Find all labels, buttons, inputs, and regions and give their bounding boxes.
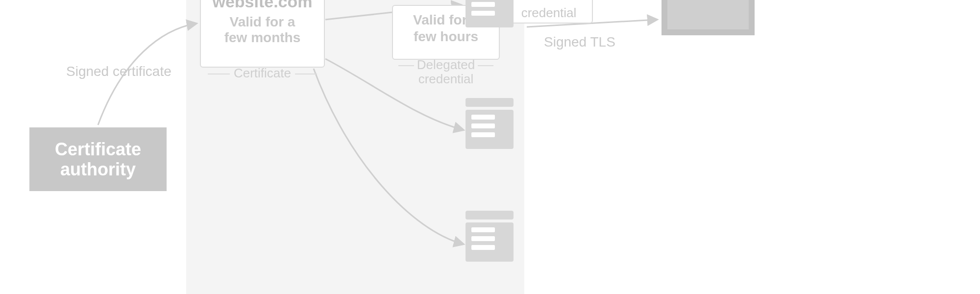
certificate-card: website.com Valid for afew months: [200, 0, 325, 68]
server-icon-2: [466, 98, 514, 152]
certificate-card-validity: Valid for afew months: [201, 14, 324, 46]
delegated-credential-caption: Delegated credential: [392, 58, 500, 86]
diagram-stage: Certificateauthority Signed certificate …: [0, 0, 980, 294]
certificate-authority-box: Certificateauthority: [29, 127, 167, 191]
server-icon-3: [466, 211, 514, 265]
dc-caption-line1: Delegated: [417, 57, 475, 72]
edge-label-signed-tls: Signed TLS: [544, 34, 615, 50]
edge-label-signed-certificate: Signed certificate: [66, 64, 172, 79]
credential-card-top: credential: [505, 0, 593, 24]
dc-caption-line2: credential: [418, 72, 474, 86]
server-icon-1: [466, 0, 514, 30]
credential-card-top-label: credential: [521, 5, 577, 20]
browser-label: Browser: [677, 0, 739, 2]
certificate-card-title: website.com: [201, 0, 324, 11]
browser-box: Browser: [662, 0, 755, 35]
certificate-authority-label: Certificateauthority: [55, 139, 141, 180]
certificate-card-caption: Certificate: [200, 66, 325, 81]
